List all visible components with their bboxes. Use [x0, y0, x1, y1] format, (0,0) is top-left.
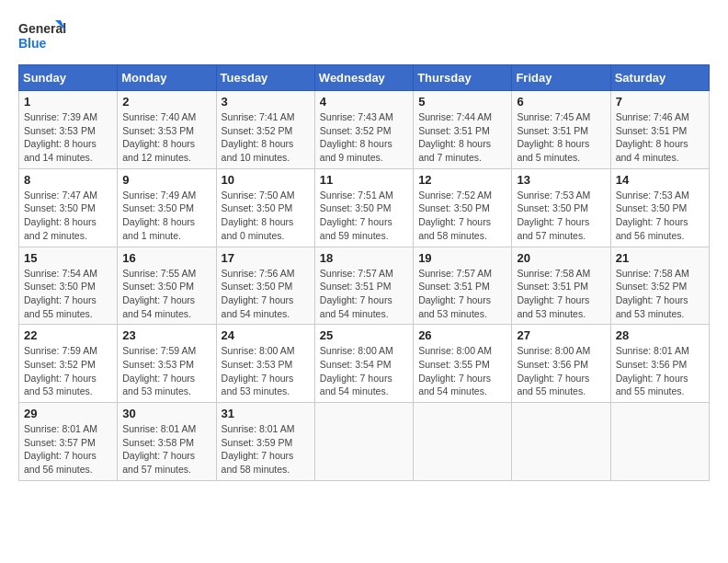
calendar-day-cell [610, 403, 709, 481]
day-number: 11 [320, 173, 408, 187]
calendar-day-cell: 14Sunrise: 7:53 AM Sunset: 3:50 PM Dayli… [610, 168, 709, 247]
day-number: 17 [222, 251, 310, 265]
calendar-table: SundayMondayTuesdayWednesdayThursdayFrid… [18, 64, 710, 481]
calendar-day-cell: 5Sunrise: 7:44 AM Sunset: 3:51 PM Daylig… [414, 91, 512, 169]
day-info: Sunrise: 8:01 AM Sunset: 3:58 PM Dayligh… [122, 422, 210, 477]
day-number: 15 [24, 251, 112, 265]
weekday-header: Saturday [610, 65, 709, 91]
weekday-header: Wednesday [314, 65, 413, 91]
day-number: 18 [320, 251, 408, 265]
weekday-header: Friday [512, 65, 610, 91]
calendar-day-cell: 31Sunrise: 8:01 AM Sunset: 3:59 PM Dayli… [216, 403, 314, 481]
day-info: Sunrise: 7:45 AM Sunset: 3:51 PM Dayligh… [517, 110, 605, 165]
day-info: Sunrise: 7:58 AM Sunset: 3:51 PM Dayligh… [517, 267, 605, 321]
calendar-day-cell: 18Sunrise: 7:57 AM Sunset: 3:51 PM Dayli… [314, 247, 413, 325]
day-info: Sunrise: 8:00 AM Sunset: 3:55 PM Dayligh… [418, 344, 506, 398]
svg-text:Blue: Blue [18, 36, 47, 51]
day-number: 23 [122, 328, 210, 342]
day-number: 8 [24, 173, 112, 187]
calendar-day-cell: 23Sunrise: 7:59 AM Sunset: 3:53 PM Dayli… [118, 325, 216, 403]
day-info: Sunrise: 7:59 AM Sunset: 3:52 PM Dayligh… [24, 344, 112, 398]
calendar-day-cell: 8Sunrise: 7:47 AM Sunset: 3:50 PM Daylig… [19, 168, 118, 247]
day-info: Sunrise: 8:01 AM Sunset: 3:59 PM Dayligh… [222, 422, 310, 477]
weekday-header: Tuesday [216, 65, 314, 91]
day-info: Sunrise: 8:00 AM Sunset: 3:56 PM Dayligh… [517, 344, 605, 398]
day-number: 16 [122, 251, 210, 265]
calendar-day-cell: 15Sunrise: 7:54 AM Sunset: 3:50 PM Dayli… [19, 247, 118, 325]
day-number: 4 [320, 95, 408, 109]
day-info: Sunrise: 7:39 AM Sunset: 3:53 PM Dayligh… [24, 110, 112, 165]
calendar-week-row: 15Sunrise: 7:54 AM Sunset: 3:50 PM Dayli… [19, 247, 710, 325]
calendar-day-cell: 26Sunrise: 8:00 AM Sunset: 3:55 PM Dayli… [414, 325, 512, 403]
day-number: 9 [122, 173, 210, 187]
weekday-header: Monday [118, 65, 216, 91]
day-number: 20 [517, 251, 605, 265]
day-info: Sunrise: 7:53 AM Sunset: 3:50 PM Dayligh… [517, 189, 605, 243]
calendar-day-cell: 3Sunrise: 7:41 AM Sunset: 3:52 PM Daylig… [216, 91, 314, 169]
calendar-day-cell [512, 403, 610, 481]
day-info: Sunrise: 8:00 AM Sunset: 3:53 PM Dayligh… [222, 344, 310, 398]
day-number: 12 [418, 173, 506, 187]
day-number: 7 [616, 95, 704, 109]
day-info: Sunrise: 7:44 AM Sunset: 3:51 PM Dayligh… [418, 110, 506, 165]
day-info: Sunrise: 7:55 AM Sunset: 3:50 PM Dayligh… [122, 267, 210, 321]
calendar-day-cell: 17Sunrise: 7:56 AM Sunset: 3:50 PM Dayli… [216, 247, 314, 325]
day-number: 13 [517, 173, 605, 187]
calendar-day-cell: 30Sunrise: 8:01 AM Sunset: 3:58 PM Dayli… [118, 403, 216, 481]
calendar-day-cell: 21Sunrise: 7:58 AM Sunset: 3:52 PM Dayli… [610, 247, 709, 325]
calendar-day-cell: 19Sunrise: 7:57 AM Sunset: 3:51 PM Dayli… [414, 247, 512, 325]
day-info: Sunrise: 7:40 AM Sunset: 3:53 PM Dayligh… [122, 110, 210, 165]
logo-svg: GeneralBlue [18, 18, 69, 57]
weekday-header: Thursday [414, 65, 512, 91]
weekday-header-row: SundayMondayTuesdayWednesdayThursdayFrid… [19, 65, 710, 91]
calendar-day-cell: 22Sunrise: 7:59 AM Sunset: 3:52 PM Dayli… [19, 325, 118, 403]
day-info: Sunrise: 7:43 AM Sunset: 3:52 PM Dayligh… [320, 110, 408, 165]
day-number: 6 [517, 95, 605, 109]
day-info: Sunrise: 7:51 AM Sunset: 3:50 PM Dayligh… [320, 189, 408, 243]
calendar-day-cell: 9Sunrise: 7:49 AM Sunset: 3:50 PM Daylig… [118, 168, 216, 247]
day-number: 31 [222, 407, 310, 420]
logo: GeneralBlue [18, 18, 69, 57]
day-number: 29 [24, 407, 112, 420]
day-info: Sunrise: 7:49 AM Sunset: 3:50 PM Dayligh… [122, 189, 210, 243]
calendar-day-cell: 4Sunrise: 7:43 AM Sunset: 3:52 PM Daylig… [314, 91, 413, 169]
day-number: 21 [616, 251, 704, 265]
calendar-week-row: 1Sunrise: 7:39 AM Sunset: 3:53 PM Daylig… [19, 91, 710, 169]
calendar-day-cell: 27Sunrise: 8:00 AM Sunset: 3:56 PM Dayli… [512, 325, 610, 403]
calendar-week-row: 8Sunrise: 7:47 AM Sunset: 3:50 PM Daylig… [19, 168, 710, 247]
day-number: 1 [24, 95, 112, 109]
calendar-day-cell: 12Sunrise: 7:52 AM Sunset: 3:50 PM Dayli… [414, 168, 512, 247]
day-info: Sunrise: 7:47 AM Sunset: 3:50 PM Dayligh… [24, 189, 112, 243]
day-info: Sunrise: 7:53 AM Sunset: 3:50 PM Dayligh… [616, 189, 704, 243]
day-number: 5 [418, 95, 506, 109]
calendar-week-row: 22Sunrise: 7:59 AM Sunset: 3:52 PM Dayli… [19, 325, 710, 403]
day-info: Sunrise: 7:54 AM Sunset: 3:50 PM Dayligh… [24, 267, 112, 321]
calendar-day-cell: 7Sunrise: 7:46 AM Sunset: 3:51 PM Daylig… [610, 91, 709, 169]
day-number: 3 [222, 95, 310, 109]
day-info: Sunrise: 8:01 AM Sunset: 3:57 PM Dayligh… [24, 422, 112, 477]
day-number: 28 [616, 328, 704, 342]
calendar-day-cell: 13Sunrise: 7:53 AM Sunset: 3:50 PM Dayli… [512, 168, 610, 247]
header: GeneralBlue [18, 18, 710, 57]
day-number: 24 [222, 328, 310, 342]
day-number: 22 [24, 328, 112, 342]
calendar-day-cell: 1Sunrise: 7:39 AM Sunset: 3:53 PM Daylig… [19, 91, 118, 169]
day-number: 30 [122, 407, 210, 420]
calendar-day-cell: 11Sunrise: 7:51 AM Sunset: 3:50 PM Dayli… [314, 168, 413, 247]
day-info: Sunrise: 7:46 AM Sunset: 3:51 PM Dayligh… [616, 110, 704, 165]
day-number: 2 [122, 95, 210, 109]
day-info: Sunrise: 7:56 AM Sunset: 3:50 PM Dayligh… [222, 267, 310, 321]
day-number: 25 [320, 328, 408, 342]
day-number: 27 [517, 328, 605, 342]
calendar-day-cell: 28Sunrise: 8:01 AM Sunset: 3:56 PM Dayli… [610, 325, 709, 403]
day-info: Sunrise: 7:52 AM Sunset: 3:50 PM Dayligh… [418, 189, 506, 243]
day-number: 19 [418, 251, 506, 265]
calendar-day-cell [414, 403, 512, 481]
calendar-day-cell: 24Sunrise: 8:00 AM Sunset: 3:53 PM Dayli… [216, 325, 314, 403]
calendar-week-row: 29Sunrise: 8:01 AM Sunset: 3:57 PM Dayli… [19, 403, 710, 481]
day-number: 10 [222, 173, 310, 187]
calendar-day-cell: 29Sunrise: 8:01 AM Sunset: 3:57 PM Dayli… [19, 403, 118, 481]
calendar-day-cell [314, 403, 413, 481]
day-info: Sunrise: 7:59 AM Sunset: 3:53 PM Dayligh… [122, 344, 210, 398]
day-info: Sunrise: 7:57 AM Sunset: 3:51 PM Dayligh… [320, 267, 408, 321]
